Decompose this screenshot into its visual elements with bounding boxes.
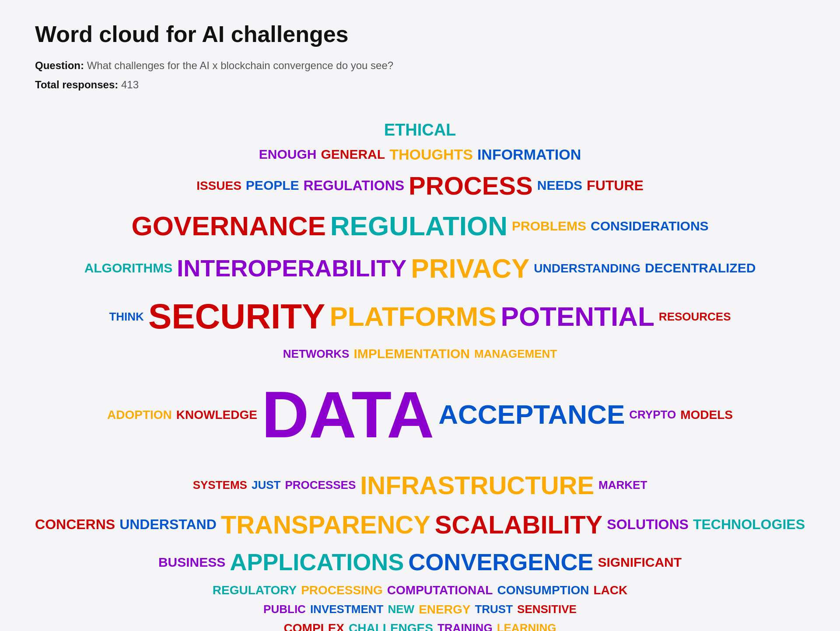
word-learning: LEARNING: [497, 619, 556, 631]
cloud-row: THINKSECURITYPLATFORMSPOTENTIALRESOURCES: [109, 289, 731, 344]
word-networks: NETWORKS: [283, 345, 350, 363]
word-considerations: CONSIDERATIONS: [591, 216, 708, 237]
word-acceptance: ACCEPTANCE: [438, 394, 625, 436]
cloud-row: CONCERNSUNDERSTANDTRANSPARENCYSCALABILIT…: [35, 505, 805, 544]
word-adoption: ADOPTION: [107, 405, 172, 424]
main-content: Word cloud for AI challenges Question: W…: [0, 0, 840, 631]
word-solutions: SOLUTIONS: [607, 514, 689, 536]
word-applications: APPLICATIONS: [230, 544, 404, 581]
word-regulation: REGULATION: [330, 205, 508, 247]
word-resources: RESOURCES: [659, 308, 731, 325]
cloud-row: PUBLICINVESTMENTNEWENERGYTRUSTSENSITIVE: [263, 600, 577, 619]
word-energy: ENERGY: [419, 600, 470, 619]
word-public: PUBLIC: [263, 600, 306, 618]
word-governance: GOVERNANCE: [131, 205, 326, 247]
word-crypto: CRYPTO: [629, 406, 676, 423]
word-market: MARKET: [598, 476, 647, 494]
word-potential: POTENTIAL: [501, 296, 654, 338]
word-significant: SIGNIFICANT: [598, 552, 682, 573]
word-systems: SYSTEMS: [193, 476, 247, 494]
word-models: MODELS: [680, 405, 733, 424]
cloud-row: SYSTEMSJUSTPROCESSESINFRASTRUCTUREMARKET: [193, 466, 648, 505]
word-computational: COMPUTATIONAL: [387, 581, 493, 600]
word-transparency: TRANSPARENCY: [221, 505, 430, 544]
cloud-row: REGULATORYPROCESSINGCOMPUTATIONALCONSUMP…: [213, 581, 627, 600]
word-implementation: IMPLEMENTATION: [354, 344, 470, 364]
question-row: Question: What challenges for the AI x b…: [35, 59, 805, 72]
word-scalability: SCALABILITY: [435, 505, 602, 544]
question-text: What challenges for the AI x blockchain …: [87, 59, 393, 71]
cloud-row: ALGORITHMSINTEROPERABILITYPRIVACYUNDERST…: [84, 248, 756, 289]
cloud-row: ADOPTIONKNOWLEDGEDATAACCEPTANCECRYPTOMOD…: [107, 364, 733, 466]
word-sensitive: SENSITIVE: [517, 600, 577, 618]
word-training: TRAINING: [438, 619, 493, 631]
word-decentralized: DECENTRALIZED: [645, 258, 756, 279]
word-lack: LACK: [593, 581, 627, 600]
word-management: MANAGEMENT: [474, 345, 557, 363]
total-row: Total responses: 413: [35, 79, 805, 91]
word-new: NEW: [388, 600, 414, 618]
cloud-row: GOVERNANCEREGULATIONPROBLEMSCONSIDERATIO…: [131, 205, 708, 247]
word-technologies: TECHNOLOGIES: [693, 514, 805, 536]
word-understanding: UNDERSTANDING: [534, 259, 640, 278]
page-title: Word cloud for AI challenges: [35, 21, 805, 47]
word-information: INFORMATION: [477, 143, 581, 166]
word-issues: ISSUES: [196, 176, 242, 195]
word-needs: NEEDS: [537, 175, 582, 196]
cloud-row: ISSUESPEOPLEREGULATIONSPROCESSNEEDSFUTUR…: [196, 166, 644, 206]
word-future: FUTURE: [587, 175, 644, 197]
total-value: 413: [121, 79, 139, 91]
word-people: PEOPLE: [246, 175, 299, 196]
total-label: Total responses:: [35, 79, 118, 91]
question-label: Question:: [35, 59, 84, 71]
cloud-row: NETWORKSIMPLEMENTATIONMANAGEMENT: [283, 344, 557, 364]
word-trust: TRUST: [475, 600, 513, 618]
word-complex: COMPLEX: [284, 619, 344, 631]
word-challenges: CHALLENGES: [349, 619, 433, 631]
word-enough: ENOUGH: [259, 144, 317, 165]
word-just: JUST: [252, 476, 280, 494]
word-investment: INVESTMENT: [310, 600, 384, 618]
cloud-row: BUSINESSAPPLICATIONSCONVERGENCESIGNIFICA…: [158, 544, 682, 581]
word-interoperability: INTEROPERABILITY: [177, 250, 406, 287]
word-security: SECURITY: [148, 289, 326, 344]
cloud-row: ENOUGHGENERALTHOUGHTSINFORMATION: [259, 143, 581, 166]
word-process: PROCESS: [409, 166, 533, 206]
word-regulatory: REGULATORY: [213, 581, 297, 600]
word-data: DATA: [262, 364, 434, 466]
word-knowledge: KNOWLEDGE: [176, 405, 257, 424]
word-understand: UNDERSTAND: [119, 514, 217, 536]
word-general: GENERAL: [321, 144, 385, 165]
word-business: BUSINESS: [158, 552, 225, 573]
word-regulations: REGULATIONS: [304, 175, 405, 197]
cloud-row: ETHICAL: [384, 117, 456, 143]
word-ethical: ETHICAL: [384, 117, 456, 143]
word-infrastructure: INFRASTRUCTURE: [360, 466, 594, 505]
word-think: THINK: [109, 308, 144, 325]
word-thoughts: THOUGHTS: [389, 143, 473, 166]
word-processes: PROCESSES: [285, 476, 356, 494]
word-platforms: PLATFORMS: [329, 296, 496, 338]
word-privacy: PRIVACY: [411, 248, 529, 289]
word-problems: PROBLEMS: [512, 216, 586, 237]
cloud-row: COMPLEXCHALLENGESTRAININGLEARNING: [284, 619, 556, 631]
word-convergence: CONVERGENCE: [408, 544, 593, 581]
word-algorithms: ALGORITHMS: [84, 258, 173, 279]
word-cloud: ETHICALENOUGHGENERALTHOUGHTSINFORMATIONI…: [35, 117, 805, 631]
word-processing: PROCESSING: [301, 581, 383, 600]
word-concerns: CONCERNS: [35, 514, 115, 536]
word-consumption: CONSUMPTION: [497, 581, 589, 600]
